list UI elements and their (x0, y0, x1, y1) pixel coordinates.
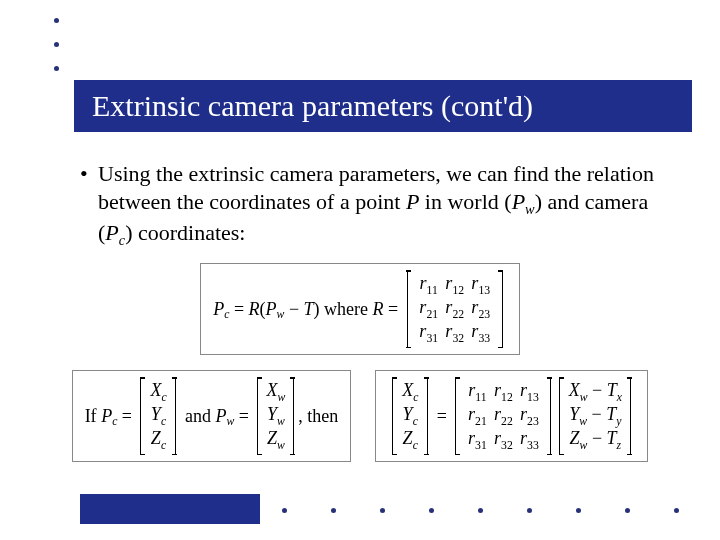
decoration-dots-horizontal (282, 508, 679, 513)
slide-title: Extrinsic camera parameters (cont'd) (92, 89, 533, 123)
decoration-dots-vertical (54, 18, 59, 90)
sym-P: P (406, 189, 419, 214)
bullet-mid1: in world ( (419, 189, 511, 214)
title-bar: Extrinsic camera parameters (cont'd) (74, 80, 692, 132)
equation-1: Pc = R(Pw − T) where R = r11r12r13r21r22… (0, 263, 720, 355)
decoration-blue-block (80, 494, 260, 524)
sym-Pw-sub: w (525, 201, 535, 217)
equation-2: If Pc = XcYcZc and Pw = XwYwZw, then XcY… (0, 370, 720, 462)
sym-Pw: P (512, 189, 525, 214)
bullet-tail: ) coordinates: (125, 220, 245, 245)
sym-Pc: P (105, 220, 118, 245)
body-bullet: • Using the extrinsic camera parameters,… (80, 160, 660, 250)
